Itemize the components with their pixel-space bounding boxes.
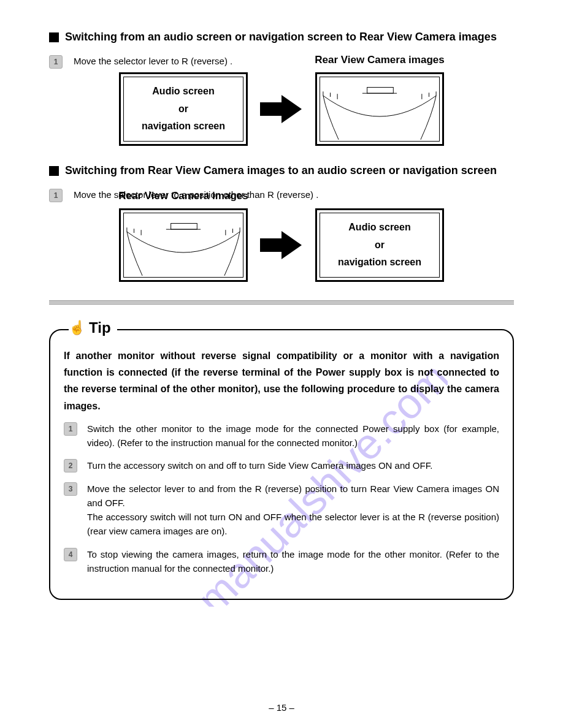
rear-camera-illustration-icon [321, 78, 439, 142]
section1-heading: Switching from an audio screen or naviga… [49, 31, 514, 44]
rear-camera-illustration-icon [124, 214, 242, 278]
section2-heading: Switching from Rear View Camera images t… [49, 164, 514, 177]
square-bullet-icon [49, 32, 59, 42]
tip-box: ☝ Tip If another monitor without reverse… [49, 329, 514, 600]
arrow-right-icon [260, 230, 303, 260]
tip-step: 1Switch the other monitor to the image m… [64, 422, 499, 450]
box-line: or [178, 100, 188, 118]
tip-intro-text: If another monitor without reverse signa… [64, 347, 499, 414]
step-number-icon: 3 [64, 482, 77, 496]
page-number: – 15 – [0, 702, 563, 713]
tip-step: 3Move the selector lever to and from the… [64, 482, 499, 539]
manual-page: manualshive.com Switching from an audio … [0, 0, 563, 728]
tip-step: 2Turn the accessory switch on and off to… [64, 458, 499, 472]
tip-step: 4To stop viewing the camera images, retu… [64, 547, 499, 576]
step-number-icon: 1 [49, 189, 63, 202]
svg-marker-6 [260, 231, 302, 259]
tip-label-text: Tip [89, 319, 111, 336]
pointing-hand-icon: ☝ [69, 320, 85, 336]
section1-step-text: Move the selector lever to R (reverse) . [74, 55, 232, 69]
section1-heading-text: Switching from an audio screen or naviga… [65, 31, 497, 44]
rear-camera-screen-box [119, 208, 248, 282]
rear-camera-screen-box [315, 72, 444, 146]
audio-nav-screen-box: Audio screen or navigation screen [315, 208, 444, 282]
rear-camera-label: Rear View Camera images [113, 190, 254, 202]
section2-heading-text: Switching from Rear View Camera images t… [65, 164, 497, 177]
tip-step-text: Switch the other monitor to the image mo… [87, 422, 499, 450]
audio-nav-screen-box: Audio screen or navigation screen [119, 72, 248, 146]
box-line: Audio screen [348, 219, 410, 237]
step-number-icon: 2 [64, 459, 77, 472]
square-bullet-icon [49, 166, 59, 176]
tip-steps-list: 1Switch the other monitor to the image m… [64, 422, 499, 575]
box-line: or [375, 237, 385, 254]
tip-step-text: Move the selector lever to and from the … [87, 482, 499, 539]
arrow-right-icon [260, 94, 303, 124]
svg-rect-4 [171, 224, 197, 230]
box-line: navigation screen [142, 118, 225, 135]
tip-label: ☝ Tip [69, 319, 117, 336]
rear-camera-box-wrap: Rear View Camera images [119, 208, 248, 282]
rear-camera-label: Rear View Camera images [309, 54, 450, 66]
svg-marker-1 [260, 95, 302, 123]
section1-diagram: Audio screen or navigation screen Rear V… [49, 72, 514, 146]
svg-rect-2 [367, 88, 394, 94]
step-number-icon: 1 [64, 422, 77, 436]
tip-step-text: Turn the accessory switch on and off to … [87, 458, 432, 472]
box-line: Audio screen [152, 83, 214, 100]
section2-diagram: Rear View Camera images Audio screen or … [49, 208, 514, 282]
step-number-icon: 4 [64, 548, 77, 561]
step-number-icon: 1 [49, 55, 63, 69]
rear-camera-box-wrap: Rear View Camera images [315, 72, 444, 146]
section-divider [49, 300, 514, 305]
box-line: navigation screen [338, 254, 421, 271]
tip-step-text: To stop viewing the camera images, retur… [87, 547, 499, 576]
